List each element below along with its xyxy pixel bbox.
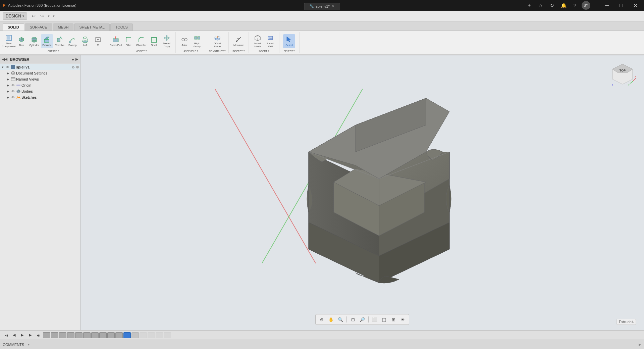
root-eye-icon[interactable]: 👁 <box>5 65 10 69</box>
tl-play-btn[interactable]: ▶ <box>19 332 25 339</box>
document-tab-label[interactable]: spiel v1* <box>316 4 330 8</box>
tl-step-12[interactable] <box>131 332 139 338</box>
tl-step-11[interactable] <box>123 332 131 338</box>
create-group-label[interactable]: CREATE▾ <box>48 50 59 52</box>
tl-step-7[interactable] <box>91 332 99 338</box>
tl-step-14[interactable] <box>148 332 155 338</box>
shell-button[interactable]: Shell <box>148 34 160 48</box>
tl-step-10[interactable] <box>115 332 123 338</box>
modify-group-label[interactable]: MODIFY▾ <box>136 50 147 52</box>
zoom-button[interactable]: 🔍 <box>336 315 344 323</box>
tl-step-6[interactable] <box>83 332 91 338</box>
tl-next-btn[interactable]: ▶ <box>27 332 34 339</box>
visual-style-button[interactable]: ⬚ <box>380 315 388 323</box>
fit-button[interactable]: ⊡ <box>349 315 357 323</box>
root-settings-btn[interactable]: ⚙ <box>72 65 75 69</box>
browser-back-btn[interactable]: ◀◀ <box>2 57 7 61</box>
comments-expand-btn[interactable]: ● <box>28 343 30 346</box>
insert-svg-button[interactable]: SVG InsertSVG <box>264 34 276 48</box>
extrude-button[interactable]: Extrude <box>41 34 53 48</box>
browser-options-btn[interactable]: ● <box>72 57 74 62</box>
redo-history-button[interactable]: ▾ <box>52 14 56 18</box>
tl-step-9[interactable] <box>107 332 115 338</box>
zoom-in-button[interactable]: 🔎 <box>358 315 366 323</box>
joint-button[interactable]: Joint <box>178 34 191 48</box>
browser-item-bodies[interactable]: ▶ 👁 Bodies <box>0 88 80 94</box>
tl-rewind-btn[interactable]: ⏮ <box>3 332 9 339</box>
named-views-expand[interactable]: ▶ <box>6 77 10 81</box>
minimize-button[interactable]: ─ <box>601 0 613 11</box>
tl-step-16[interactable] <box>164 332 171 338</box>
measure-button[interactable]: mm Measure <box>232 34 245 48</box>
browser-item-named-views[interactable]: ▶ Named Views <box>0 76 80 82</box>
maximize-button[interactable]: □ <box>615 0 627 11</box>
undo-button[interactable]: ↩ <box>30 13 38 19</box>
display-mode-button[interactable]: ⬜ <box>371 315 379 323</box>
origin-eye-icon[interactable]: 👁 <box>11 83 15 88</box>
more-create-tools[interactable]: ⊞ <box>92 34 104 48</box>
tab-surface[interactable]: SURFACE <box>25 23 52 31</box>
close-button[interactable]: ✕ <box>629 0 641 11</box>
box-button[interactable]: Box <box>15 34 28 48</box>
tl-end-btn[interactable]: ⏭ <box>35 332 42 339</box>
workspace-selector[interactable]: DESIGN ▾ <box>3 12 27 20</box>
tl-step-3[interactable] <box>59 332 66 338</box>
add-tab-button[interactable]: ＋ <box>525 1 534 10</box>
browser-item-origin[interactable]: ▶ 👁 Origin <box>0 82 80 88</box>
insert-mesh-button[interactable]: InsertMesh <box>252 34 264 48</box>
tl-step-13[interactable] <box>140 332 147 338</box>
tl-step-4[interactable] <box>67 332 74 338</box>
insert-group-label[interactable]: INSERT▾ <box>259 50 269 52</box>
select-group-label[interactable]: SELECT▾ <box>284 50 295 52</box>
browser-item-sketches[interactable]: ▶ 👁 Sketches <box>0 94 80 100</box>
inspect-group-label[interactable]: INSPECT▾ <box>232 50 245 52</box>
loft-button[interactable]: Loft <box>79 34 91 48</box>
fillet-button[interactable]: Fillet <box>122 34 135 48</box>
pan-button[interactable]: ✋ <box>327 315 335 323</box>
tab-tools[interactable]: TOOLS <box>110 23 133 31</box>
tl-step-2[interactable] <box>51 332 58 338</box>
viewport[interactable]: TOP X Y Z ⊕ ✋ 🔍 ⊡ 🔎 ⬜ ⬚ <box>80 55 644 330</box>
grid-toggle-button[interactable]: ⊞ <box>389 315 397 323</box>
construct-group-label[interactable]: CONSTRUCT▾ <box>209 50 226 52</box>
browser-item-doc-settings[interactable]: ▶ Document Settings <box>0 70 80 76</box>
redo-button[interactable]: ↪ <box>38 13 46 19</box>
comments-right-btn[interactable]: ▶ <box>639 343 641 346</box>
chamfer-button[interactable]: Chamfer <box>135 34 147 48</box>
doc-settings-expand[interactable]: ▶ <box>6 71 10 75</box>
select-button[interactable]: Select <box>283 34 295 48</box>
view-cube[interactable]: TOP X Y Z <box>609 61 636 88</box>
rigid-group-button[interactable]: RigidGroup <box>191 34 203 48</box>
tab-sheet-metal[interactable]: SHEET METAL <box>74 23 109 31</box>
tab-solid[interactable]: SOLID <box>3 23 24 31</box>
browser-expand-btn[interactable]: ▶ <box>75 57 78 61</box>
notifications-button[interactable]: 🔔 <box>559 1 568 10</box>
new-component-button[interactable]: NewComponent <box>3 34 15 48</box>
offset-plane-button[interactable]: OffsetPlane <box>211 34 223 48</box>
sketches-expand[interactable]: ▶ <box>6 95 10 99</box>
user-avatar[interactable]: SY <box>582 1 590 10</box>
assemble-group-label[interactable]: ASSEMBLE▾ <box>183 50 198 52</box>
tab-close-icon[interactable]: ✕ <box>332 4 334 8</box>
tl-step-15[interactable] <box>156 332 163 338</box>
cylinder-button[interactable]: Cylinder <box>28 34 40 48</box>
orbit-button[interactable]: ⊕ <box>318 315 326 323</box>
tl-step-8[interactable] <box>99 332 107 338</box>
home-button[interactable]: ⌂ <box>536 1 545 10</box>
tl-step-5[interactable] <box>75 332 83 338</box>
bodies-eye-icon[interactable]: 👁 <box>11 89 15 94</box>
tl-step-1[interactable] <box>43 332 50 338</box>
sweep-button[interactable]: Sweep <box>66 34 78 48</box>
browser-item-root[interactable]: ▼ 👁 spiel v1 ⚙ <box>0 64 80 70</box>
tab-mesh[interactable]: MESH <box>53 23 74 31</box>
environment-button[interactable]: ☀ <box>399 315 407 323</box>
sketches-eye-icon[interactable]: 👁 <box>11 95 15 100</box>
revolve-button[interactable]: Revolve <box>54 34 66 48</box>
refresh-button[interactable]: ↻ <box>547 1 557 10</box>
help-button[interactable]: ? <box>570 1 580 10</box>
undo-history-button[interactable]: ▾ <box>47 14 51 18</box>
move-button[interactable]: Move/Copy <box>161 34 173 48</box>
origin-expand[interactable]: ▶ <box>6 83 10 87</box>
root-expand-arrow[interactable]: ▼ <box>1 65 5 69</box>
bodies-expand[interactable]: ▶ <box>6 89 10 93</box>
